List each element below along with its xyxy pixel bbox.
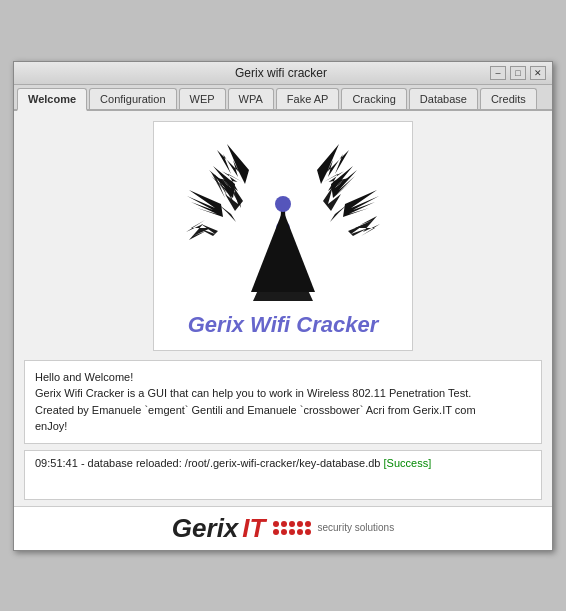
footer-gerix-text: Gerix xyxy=(172,513,239,544)
logo-area: Gerix Wifi Cracker xyxy=(14,111,552,356)
svg-marker-20 xyxy=(343,190,379,217)
dot xyxy=(281,521,287,527)
footer: Gerix IT xyxy=(14,506,552,550)
tab-configuration[interactable]: Configuration xyxy=(89,88,176,109)
log-message: - database reloaded: /root/.gerix-wifi-c… xyxy=(81,457,381,469)
tab-welcome[interactable]: Welcome xyxy=(17,88,87,111)
tab-fake-ap[interactable]: Fake AP xyxy=(276,88,340,109)
footer-it-text: IT xyxy=(242,513,265,544)
tab-credits[interactable]: Credits xyxy=(480,88,537,109)
dot xyxy=(305,529,311,535)
wifi-antenna-graphic xyxy=(173,122,393,307)
dot xyxy=(305,521,311,527)
tab-wep[interactable]: WEP xyxy=(179,88,226,109)
dot xyxy=(297,529,303,535)
close-button[interactable]: ✕ xyxy=(530,66,546,80)
footer-security-text: security solutions xyxy=(317,522,394,534)
dot xyxy=(281,529,287,535)
maximize-button[interactable]: □ xyxy=(510,66,526,80)
log-timestamp: 09:51:41 xyxy=(35,457,78,469)
svg-point-16 xyxy=(275,196,291,212)
logo-box: Gerix Wifi Cracker xyxy=(153,121,413,351)
window-title: Gerix wifi cracker xyxy=(72,66,490,80)
svg-marker-17 xyxy=(217,144,249,184)
minimize-button[interactable]: – xyxy=(490,66,506,80)
footer-dots xyxy=(273,521,311,535)
dot xyxy=(289,529,295,535)
tab-database[interactable]: Database xyxy=(409,88,478,109)
logo-text: Gerix Wifi Cracker xyxy=(188,312,379,337)
description-line3: Created by Emanuele `emgent` Gentili and… xyxy=(35,402,531,419)
dots-row-2 xyxy=(273,529,311,535)
dot xyxy=(297,521,303,527)
tab-cracking[interactable]: Cracking xyxy=(341,88,406,109)
svg-marker-21 xyxy=(209,166,235,198)
footer-logo: Gerix IT xyxy=(172,513,394,544)
log-status: [Success] xyxy=(384,457,432,469)
dot xyxy=(289,521,295,527)
svg-marker-15 xyxy=(251,210,315,292)
main-window: Gerix wifi cracker – □ ✕ Welcome Configu… xyxy=(13,61,553,551)
dot xyxy=(273,529,279,535)
titlebar: Gerix wifi cracker – □ ✕ xyxy=(14,62,552,85)
tab-content: Gerix Wifi Cracker Hello and Welcome! Ge… xyxy=(14,111,552,550)
dot xyxy=(273,521,279,527)
description-line2: Gerix Wifi Cracker is a GUI that can hel… xyxy=(35,385,531,402)
description-line1: Hello and Welcome! xyxy=(35,369,531,386)
dots-row-1 xyxy=(273,521,311,527)
description-area: Hello and Welcome! Gerix Wifi Cracker is… xyxy=(24,360,542,444)
svg-marker-18 xyxy=(317,144,349,184)
tab-bar: Welcome Configuration WEP WPA Fake AP Cr… xyxy=(14,85,552,111)
description-line4: enJoy! xyxy=(35,418,531,435)
log-area: 09:51:41 - database reloaded: /root/.ger… xyxy=(24,450,542,500)
svg-marker-22 xyxy=(331,166,357,198)
svg-marker-19 xyxy=(187,190,223,217)
window-controls: – □ ✕ xyxy=(490,66,546,80)
tab-wpa[interactable]: WPA xyxy=(228,88,274,109)
